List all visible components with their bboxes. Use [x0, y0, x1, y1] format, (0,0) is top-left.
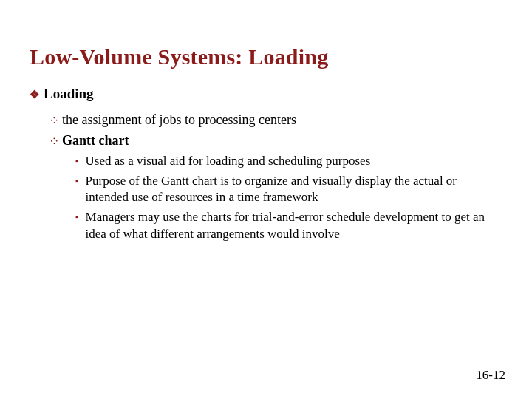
bullet-assignment: ܀ the assignment of jobs to processing c…: [50, 111, 502, 129]
swash-bullet-icon: ܀: [50, 111, 58, 129]
heading-text: Loading: [44, 86, 94, 102]
subbullet-text: Used as a visual aid for loading and sch…: [86, 153, 371, 170]
diamond-bullet-icon: ❖: [30, 86, 39, 103]
square-bullet-icon: ▪: [75, 173, 78, 189]
bullet-gantt: ܀ Gantt chart: [50, 132, 502, 149]
subbullet-text: Purpose of the Gantt chart is to organiz…: [86, 173, 488, 207]
square-bullet-icon: ▪: [75, 153, 78, 169]
swash-bullet-icon: ܀: [50, 132, 58, 149]
square-bullet-icon: ▪: [75, 209, 78, 225]
page-number: 16-12: [476, 368, 505, 383]
slide-title: Low-Volume Systems: Loading: [30, 44, 502, 69]
bullet-text: Gantt chart: [62, 132, 129, 149]
subbullet-managers: ▪ Managers may use the charts for trial-…: [75, 209, 502, 243]
subbullet-purpose: ▪ Purpose of the Gantt chart is to organ…: [75, 173, 502, 207]
slide: Low-Volume Systems: Loading ❖ Loading ܀ …: [0, 0, 532, 399]
subbullet-visual-aid: ▪ Used as a visual aid for loading and s…: [75, 153, 502, 170]
heading-loading: ❖ Loading: [30, 86, 502, 103]
bullet-text: the assignment of jobs to processing cen…: [62, 111, 296, 129]
subbullet-text: Managers may use the charts for trial-an…: [86, 209, 488, 243]
